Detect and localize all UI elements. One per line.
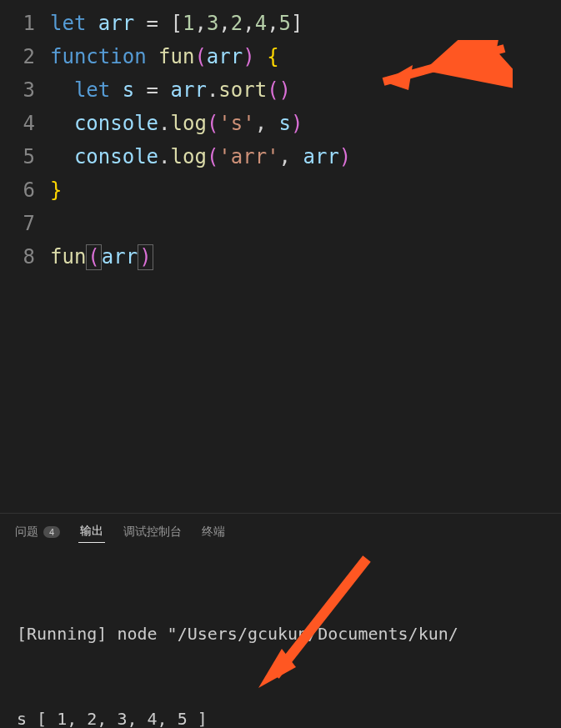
line-number: 7	[0, 207, 35, 240]
output-line-s: s [ 1, 2, 3, 4, 5 ]	[17, 705, 544, 728]
code-line-1[interactable]: let arr = [1,3,2,4,5]	[50, 7, 561, 40]
tab-terminal[interactable]: 终端	[200, 521, 227, 543]
code-line-2[interactable]: function fun(arr) {	[50, 40, 561, 73]
panel-tabs: 问题 4 输出 调试控制台 终端	[0, 514, 561, 550]
problems-badge: 4	[43, 526, 60, 538]
tab-problems-label: 问题	[15, 525, 38, 540]
tab-output-label: 输出	[80, 524, 103, 539]
line-number: 8	[0, 240, 35, 274]
line-number: 3	[0, 73, 35, 107]
tab-debug-console[interactable]: 调试控制台	[122, 521, 183, 543]
tab-terminal-label: 终端	[202, 525, 225, 540]
line-number-gutter: 1 2 3 4 5 6 7 8	[0, 0, 50, 513]
line-number: 6	[0, 173, 35, 207]
code-line-8[interactable]: fun(arr)	[50, 240, 561, 274]
line-number: 5	[0, 140, 35, 173]
code-content[interactable]: let arr = [1,3,2,4,5] function fun(arr) …	[50, 0, 561, 513]
tab-debug-label: 调试控制台	[123, 525, 182, 540]
tab-output[interactable]: 输出	[78, 520, 105, 543]
bottom-panel: 问题 4 输出 调试控制台 终端 [Running] node "/Users/…	[0, 513, 561, 728]
code-line-7[interactable]	[50, 207, 561, 240]
code-line-5[interactable]: console.log('arr', arr)	[50, 140, 561, 173]
line-number: 1	[0, 7, 35, 40]
code-line-4[interactable]: console.log('s', s)	[50, 107, 561, 140]
output-line-running: [Running] node "/Users/gcukun/Documents/…	[17, 620, 544, 648]
code-line-6[interactable]: }	[50, 173, 561, 207]
line-number: 4	[0, 107, 35, 140]
code-line-3[interactable]: let s = arr.sort()	[50, 73, 561, 107]
code-editor[interactable]: 1 2 3 4 5 6 7 8 let arr = [1,3,2,4,5] fu…	[0, 0, 561, 513]
output-content[interactable]: [Running] node "/Users/gcukun/Documents/…	[0, 550, 561, 728]
tab-problems[interactable]: 问题 4	[13, 521, 62, 543]
line-number: 2	[0, 40, 35, 73]
